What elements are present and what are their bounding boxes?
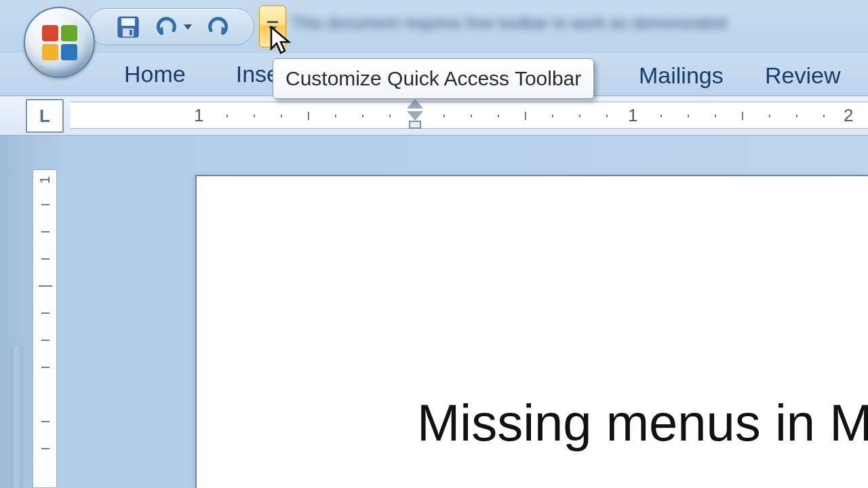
horizontal-ruler[interactable]: 1 1 2	[71, 102, 868, 129]
vertical-scrollbar[interactable]	[9, 346, 23, 488]
undo-dropdown[interactable]	[182, 14, 194, 41]
redo-icon	[205, 17, 230, 37]
tab-selector[interactable]: L	[26, 99, 64, 133]
ruler-number: 1	[38, 176, 54, 183]
hanging-indent-icon	[407, 111, 423, 121]
office-logo-icon	[42, 25, 77, 60]
svg-rect-1	[121, 18, 135, 26]
tab-review[interactable]: Review	[760, 60, 846, 92]
indent-marker[interactable]	[406, 99, 425, 134]
chevron-down-icon	[184, 24, 192, 30]
quick-access-toolbar	[88, 8, 254, 45]
office-button[interactable]	[24, 7, 95, 78]
undo-icon	[155, 17, 179, 37]
undo-button[interactable]	[151, 14, 182, 41]
document-heading-text: Missing menus in Micro	[417, 393, 868, 452]
save-icon	[117, 16, 140, 39]
left-indent-icon	[409, 121, 421, 129]
ruler-number: 1	[628, 105, 637, 126]
svg-rect-3	[130, 30, 132, 35]
customize-qat-button[interactable]	[259, 5, 286, 47]
title-bar-text: This document requires free toolbar to w…	[292, 14, 868, 41]
save-button[interactable]	[113, 14, 143, 41]
tab-mailings[interactable]: Mailings	[633, 60, 729, 92]
ruler-number: 1	[194, 105, 203, 126]
menu-bar-icon	[267, 21, 278, 23]
redo-button[interactable]	[202, 14, 233, 41]
document-page[interactable]: Missing menus in Micro	[195, 175, 868, 488]
chevron-down-icon	[269, 26, 277, 32]
vertical-ruler[interactable]: 1	[33, 169, 57, 488]
tab-home[interactable]: Home	[119, 58, 191, 90]
ruler-number: 2	[844, 105, 853, 126]
tooltip-customize-qat: Customize Quick Access Toolbar	[273, 58, 594, 99]
first-line-indent-icon	[407, 99, 423, 108]
